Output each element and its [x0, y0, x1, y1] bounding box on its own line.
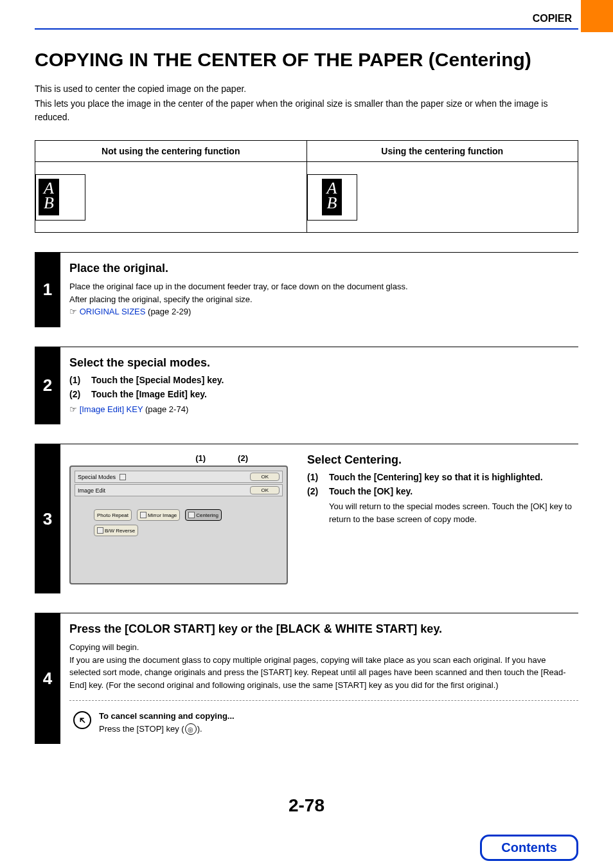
- cancel-title: To cancel scanning and copying...: [99, 710, 235, 723]
- step-3-title: Select Centering.: [307, 453, 578, 467]
- compare-cell-1: A B: [35, 162, 307, 233]
- contents-button[interactable]: Contents: [480, 835, 578, 861]
- substep-num: (2): [307, 486, 323, 496]
- step-2: 2 Select the special modes. (1)Touch the…: [35, 347, 578, 425]
- step-4-p1: Copying will begin.: [69, 641, 578, 654]
- step-1-p1: Place the original face up in the docume…: [69, 280, 578, 293]
- touchscreen-screenshot: (1) (2) Special Modes OK Image Edit OK: [69, 453, 288, 584]
- page-number: 2-78: [35, 795, 578, 816]
- btn-label: Photo Repeat: [97, 512, 129, 518]
- sample-image-right: A B: [322, 179, 342, 215]
- compare-header-2: Using the centering function: [306, 141, 578, 162]
- compare-header-1: Not using the centering function: [35, 141, 307, 162]
- btn-label: Centering: [196, 512, 218, 518]
- sample-image-left: A B: [39, 179, 59, 215]
- step-1-p2: After placing the original, specify the …: [69, 293, 578, 306]
- substep-num: (1): [69, 375, 85, 385]
- btn-label: B/W Reverse: [105, 528, 135, 534]
- substep-3-1: Touch the [Centering] key so that it is …: [329, 472, 543, 482]
- letter-b: B: [327, 196, 337, 210]
- intro-text: This is used to center the copied image …: [35, 82, 578, 124]
- step-number-4: 4: [35, 613, 60, 744]
- bw-icon: [97, 527, 103, 534]
- centering-icon: [188, 512, 195, 518]
- step-4: 4 Press the [COLOR START] key or the [BL…: [35, 613, 578, 744]
- ss-bw-reverse-button[interactable]: B/W Reverse: [94, 525, 138, 536]
- ss-centering-button[interactable]: Centering: [185, 509, 222, 521]
- substep-2-1: Touch the [Special Modes] key.: [91, 375, 224, 385]
- pointer-icon: ☞: [69, 307, 80, 316]
- mirror-icon: [140, 512, 147, 518]
- step-number-2: 2: [35, 347, 60, 425]
- substep-2-2: Touch the [Image Edit] key.: [91, 389, 207, 399]
- page-ref-2: (page 2-74): [143, 404, 188, 414]
- callout-label-2: (2): [238, 453, 248, 463]
- cancel-instruction: Press the [STOP] key (◎).: [99, 723, 235, 736]
- cancel-prefix: Press the [STOP] key (: [99, 724, 184, 734]
- section-tab: [581, 0, 613, 32]
- step-number-3: 3: [35, 444, 60, 593]
- ss-photo-repeat-button[interactable]: Photo Repeat: [94, 509, 132, 521]
- comparison-table: Not using the centering function Using t…: [35, 140, 578, 233]
- ss-special-modes: Special Modes: [78, 474, 116, 480]
- ss-image-edit: Image Edit: [78, 487, 105, 494]
- step-1: 1 Place the original. Place the original…: [35, 252, 578, 327]
- step-1-title: Place the original.: [69, 262, 578, 275]
- original-sizes-link[interactable]: ORIGINAL SIZES: [80, 307, 146, 316]
- pointer-icon: ☞: [69, 404, 80, 414]
- step-3: 3 (1) (2) Special Modes OK Image Edit: [35, 444, 578, 593]
- ss-ok-button-1[interactable]: OK: [250, 473, 280, 481]
- image-edit-key-link[interactable]: [Image Edit] KEY: [80, 404, 143, 414]
- callout-label-1: (1): [195, 453, 206, 463]
- page-title: COPYING IN THE CENTER OF THE PAPER (Cent…: [35, 49, 578, 71]
- substep-num: (1): [307, 472, 323, 482]
- header-label: COPIER: [35, 13, 578, 24]
- intro-p2: This lets you place the image in the cen…: [35, 97, 578, 124]
- cancel-arrow-icon: [73, 711, 91, 729]
- ss-mirror-image-button[interactable]: Mirror Image: [137, 509, 180, 521]
- btn-label: Mirror Image: [148, 512, 177, 518]
- stop-key-icon: ◎: [185, 723, 197, 735]
- step-4-p2: If you are using the document glass to c…: [69, 654, 578, 692]
- dashed-separator: [69, 700, 578, 701]
- page-ref-1: (page 2-29): [145, 307, 191, 316]
- step-number-1: 1: [35, 253, 60, 327]
- letter-b: B: [44, 196, 54, 210]
- back-icon: [120, 474, 126, 480]
- intro-p1: This is used to center the copied image …: [35, 82, 578, 96]
- step-4-title: Press the [COLOR START] key or the [BLAC…: [69, 622, 578, 636]
- substep-num: (2): [69, 389, 85, 399]
- step-2-title: Select the special modes.: [69, 356, 578, 370]
- compare-cell-2: A B: [306, 162, 578, 233]
- ss-ok-button-2[interactable]: OK: [250, 486, 280, 494]
- substep-3-2-desc: You will return to the special modes scr…: [329, 500, 578, 525]
- substep-3-2: Touch the [OK] key.: [329, 486, 413, 496]
- cancel-suffix: ).: [197, 724, 202, 734]
